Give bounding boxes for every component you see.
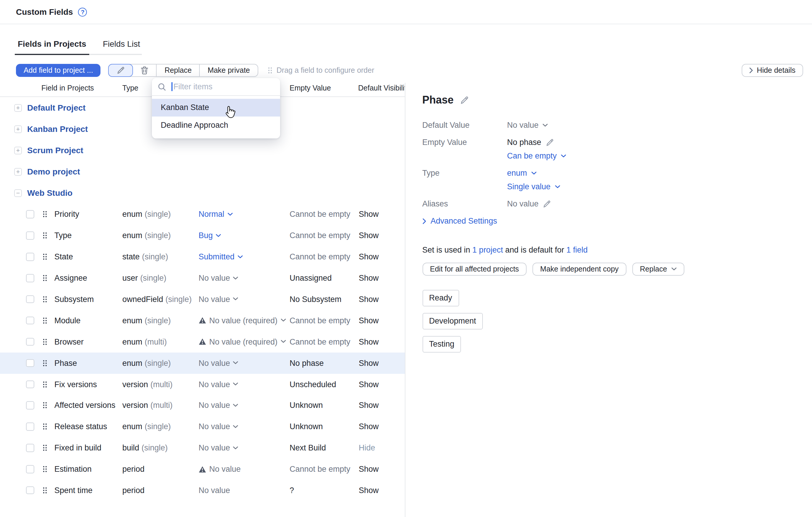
default-value-dropdown[interactable]: Bug (199, 231, 221, 240)
visibility-value[interactable]: Show (359, 465, 379, 473)
field-row[interactable]: SubsystemownedField(single)No valueNo Su… (0, 289, 405, 310)
default-value-dropdown[interactable]: No value (199, 423, 238, 431)
drag-handle-icon[interactable] (42, 274, 47, 281)
visibility-value[interactable]: Show (359, 274, 379, 282)
field-row[interactable]: Statestate(single)SubmittedCannot be emp… (0, 246, 405, 268)
row-checkbox[interactable] (26, 359, 34, 367)
default-value-dropdown[interactable]: No value (199, 443, 238, 452)
visibility-value[interactable]: Hide (359, 443, 375, 452)
property-value[interactable]: No value (507, 118, 548, 132)
field-row[interactable]: Assigneeuser(single)No valueUnassignedSh… (0, 267, 405, 289)
row-checkbox[interactable] (26, 274, 34, 282)
field-row[interactable]: Moduleenum(single)No value (required)Can… (0, 310, 405, 331)
default-value-dropdown[interactable]: No value (199, 465, 241, 473)
property-value[interactable]: Single value (507, 180, 560, 193)
edit-for-all-affected-projects-button[interactable]: Edit for all affected projects (422, 263, 527, 276)
default-value-dropdown[interactable]: No value (199, 401, 238, 410)
drag-handle-icon[interactable] (42, 466, 47, 473)
visibility-value[interactable]: Show (359, 380, 379, 389)
visibility-value[interactable]: Show (359, 358, 379, 368)
property-value[interactable]: No phase (507, 135, 566, 149)
drag-handle-icon[interactable] (42, 359, 47, 366)
row-checkbox[interactable] (26, 295, 34, 303)
field-row[interactable]: Phaseenum(single)No valueNo phaseShow (0, 352, 405, 374)
property-value[interactable]: enum (507, 166, 560, 180)
default-value-dropdown[interactable]: No value (199, 295, 238, 304)
property-value[interactable]: No value (507, 197, 551, 211)
visibility-value[interactable]: Show (359, 210, 379, 219)
row-checkbox[interactable] (26, 253, 34, 261)
drag-handle-icon[interactable] (42, 211, 47, 218)
default-value-dropdown[interactable]: No value (199, 380, 238, 389)
edit-title-pencil-icon[interactable] (460, 96, 468, 104)
field-row[interactable]: Fix versionsversion(multi)No valueUnsche… (0, 374, 405, 395)
visibility-value[interactable]: Show (359, 401, 379, 410)
dropdown-item[interactable]: Deadline Approach (152, 116, 280, 134)
default-value-dropdown[interactable]: No value (199, 358, 238, 368)
field-row[interactable]: Release statusenum(single)No valueUnknow… (0, 416, 405, 437)
field-row[interactable]: Fixed in buildbuild(single)No valueNext … (0, 437, 405, 459)
row-checkbox[interactable] (26, 380, 34, 388)
edit-pencil-icon[interactable] (546, 138, 554, 146)
help-icon[interactable]: ? (78, 7, 87, 16)
visibility-value[interactable]: Show (359, 486, 379, 495)
visibility-value[interactable]: Show (359, 295, 379, 304)
row-checkbox[interactable] (26, 401, 34, 409)
add-field-to-project-button[interactable]: Add field to project ... (16, 64, 101, 77)
filter-search-row[interactable]: Filter items (152, 78, 280, 96)
dropdown-item[interactable]: Kanban State (152, 99, 280, 116)
field-value-chip[interactable]: Ready (422, 290, 459, 306)
collapse-icon[interactable]: − (14, 189, 22, 197)
used-in-projects-link[interactable]: 1 project (472, 245, 503, 254)
tab-fields-in-projects[interactable]: Fields in Projects (16, 39, 88, 54)
edit-pencil-icon[interactable] (543, 200, 551, 208)
tab-fields-list[interactable]: Fields List (101, 39, 142, 54)
edit-field-button[interactable] (109, 64, 133, 77)
project-name-link[interactable]: Scrum Project (27, 145, 83, 155)
advanced-settings-link[interactable]: Advanced Settings (422, 214, 800, 228)
field-row[interactable]: Affected versionsversion(multi)No valueU… (0, 395, 405, 416)
field-value-chip[interactable]: Development (422, 313, 483, 329)
row-checkbox[interactable] (26, 232, 34, 240)
drag-handle-icon[interactable] (42, 402, 47, 409)
drag-handle-icon[interactable] (42, 317, 47, 324)
replace-button[interactable]: Replace (632, 263, 684, 276)
expand-icon[interactable]: + (14, 146, 22, 154)
project-name-link[interactable]: Default Project (27, 103, 86, 112)
field-row[interactable]: Spent timeperiodNo value?Show (0, 480, 405, 501)
row-checkbox[interactable] (26, 486, 34, 494)
drag-handle-icon[interactable] (42, 296, 47, 303)
row-checkbox[interactable] (26, 465, 34, 473)
expand-icon[interactable]: + (14, 125, 22, 133)
field-row[interactable]: Typeenum(single)BugCannot be emptyShow (0, 225, 405, 246)
property-value[interactable]: Can be empty (507, 149, 566, 163)
row-checkbox[interactable] (26, 210, 34, 218)
project-name-link[interactable]: Demo project (27, 167, 80, 176)
drag-handle-icon[interactable] (42, 232, 47, 239)
drag-handle-icon[interactable] (42, 338, 47, 346)
project-name-link[interactable]: Web Studio (27, 188, 72, 198)
replace-button[interactable]: Replace (157, 64, 200, 76)
hide-details-button[interactable]: Hide details (742, 64, 803, 77)
drag-handle-icon[interactable] (42, 444, 47, 451)
make-independent-copy-button[interactable]: Make independent copy (532, 263, 626, 276)
drag-handle-icon[interactable] (42, 381, 47, 388)
drag-handle-icon[interactable] (42, 423, 47, 430)
visibility-value[interactable]: Show (359, 231, 379, 240)
row-checkbox[interactable] (26, 338, 34, 346)
make-private-button[interactable]: Make private (200, 64, 258, 76)
visibility-value[interactable]: Show (359, 423, 379, 431)
delete-field-button[interactable] (133, 64, 157, 76)
default-for-fields-link[interactable]: 1 field (567, 245, 588, 254)
expand-icon[interactable]: + (14, 104, 22, 111)
field-row[interactable]: Priorityenum(single)NormalCannot be empt… (0, 204, 405, 225)
field-value-chip[interactable]: Testing (422, 336, 461, 352)
visibility-value[interactable]: Show (359, 316, 379, 325)
expand-icon[interactable]: + (14, 168, 22, 176)
default-value-dropdown[interactable]: Normal (199, 210, 233, 219)
project-name-link[interactable]: Kanban Project (27, 124, 88, 134)
drag-handle-icon[interactable] (42, 253, 47, 260)
default-value-dropdown[interactable]: No value (199, 486, 230, 495)
default-value-dropdown[interactable]: No value (required) (199, 316, 286, 325)
default-value-dropdown[interactable]: No value (required) (199, 337, 286, 346)
